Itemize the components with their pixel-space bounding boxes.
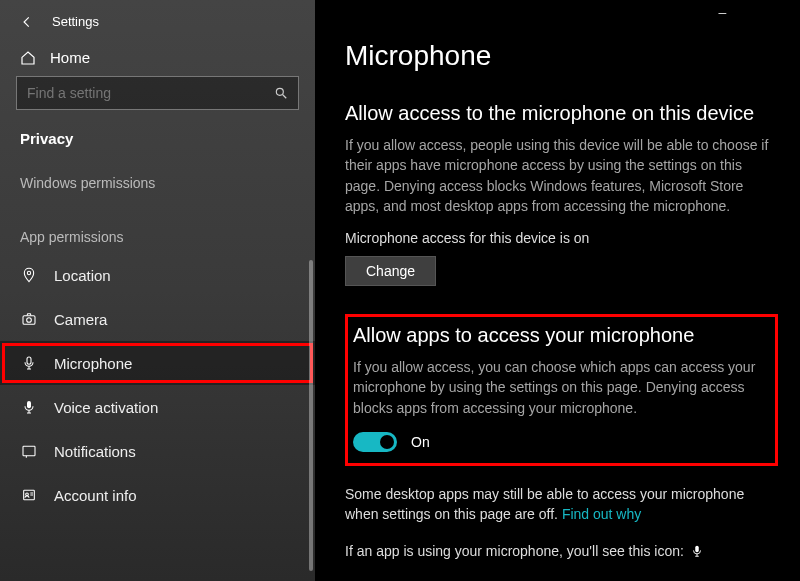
search-input[interactable] — [27, 85, 274, 101]
svg-rect-2 — [23, 316, 35, 325]
svg-point-0 — [276, 88, 283, 95]
icon-usage-note: If an app is using your microphone, you'… — [345, 543, 778, 559]
category-label: Privacy — [0, 114, 315, 157]
svg-rect-9 — [695, 545, 699, 551]
home-icon — [20, 50, 36, 66]
window-controls[interactable]: – — [718, 4, 788, 20]
section2-description: If you allow access, you can choose whic… — [353, 357, 770, 418]
svg-point-8 — [26, 493, 29, 496]
window-title: Settings — [52, 14, 99, 29]
notifications-icon — [20, 443, 38, 459]
sidebar-item-notifications[interactable]: Notifications — [0, 429, 315, 473]
svg-point-3 — [27, 318, 32, 323]
nav-label: Notifications — [54, 443, 136, 460]
location-icon — [20, 267, 38, 283]
camera-icon — [20, 311, 38, 327]
settings-window: Settings Home Privacy Windows permission… — [0, 0, 800, 581]
titlebar: Settings — [0, 10, 315, 37]
main-content: – Microphone Allow access to the microph… — [315, 0, 800, 581]
sidebar-item-account-info[interactable]: Account info — [0, 473, 315, 517]
section2-heading: Allow apps to access your microphone — [353, 324, 770, 347]
microphone-icon — [20, 355, 38, 371]
sidebar-item-camera[interactable]: Camera — [0, 297, 315, 341]
section1-status: Microphone access for this device is on — [345, 230, 778, 246]
svg-point-1 — [27, 271, 30, 274]
voice-icon — [20, 399, 38, 415]
sidebar: Settings Home Privacy Windows permission… — [0, 0, 315, 581]
find-out-why-link[interactable]: Find out why — [562, 506, 641, 522]
nav-label: Location — [54, 267, 111, 284]
search-icon — [274, 86, 288, 100]
nav-label: Microphone — [54, 355, 132, 372]
sidebar-item-location[interactable]: Location — [0, 253, 315, 297]
group-app-permissions[interactable]: App permissions — [0, 199, 315, 253]
page-title: Microphone — [345, 40, 778, 72]
nav-label: Account info — [54, 487, 137, 504]
svg-rect-6 — [23, 446, 35, 455]
section1-description: If you allow access, people using this d… — [345, 135, 775, 216]
sidebar-home[interactable]: Home — [0, 37, 315, 76]
toggle-state-label: On — [411, 434, 430, 450]
desktop-apps-note: Some desktop apps may still be able to a… — [345, 484, 775, 525]
nav-label: Camera — [54, 311, 107, 328]
search-box[interactable] — [16, 76, 299, 110]
group-windows-permissions[interactable]: Windows permissions — [0, 157, 315, 199]
svg-rect-4 — [27, 357, 31, 364]
sidebar-item-voice-activation[interactable]: Voice activation — [0, 385, 315, 429]
section1-heading: Allow access to the microphone on this d… — [345, 102, 778, 125]
svg-rect-5 — [27, 401, 31, 408]
change-button[interactable]: Change — [345, 256, 436, 286]
allow-apps-toggle[interactable] — [353, 432, 397, 452]
microphone-icon — [690, 544, 704, 558]
sidebar-item-microphone[interactable]: Microphone — [0, 341, 315, 385]
account-icon — [20, 487, 38, 503]
home-label: Home — [50, 49, 90, 66]
nav-label: Voice activation — [54, 399, 158, 416]
back-button[interactable] — [20, 15, 34, 29]
sidebar-scrollbar[interactable] — [309, 260, 313, 571]
